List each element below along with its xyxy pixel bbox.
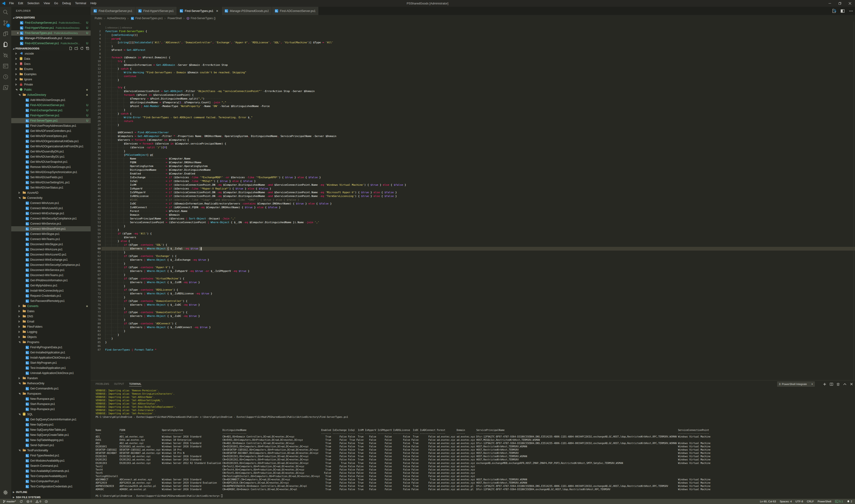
tree-folder-Ignore[interactable]: Ignore [11, 77, 91, 82]
tree-folder-DNS[interactable]: DNS [11, 314, 91, 319]
tree-folder-Dates[interactable]: Dates [11, 309, 91, 314]
tree-file-Send-SqlInsert.ps1[interactable]: Send-SqlInsert.ps1 [11, 443, 91, 448]
tree-file-Uninstall-ApplicationClickOnce.ps1[interactable]: Uninstall-ApplicationClickOnce.ps1 [11, 371, 91, 376]
tree-file-New-SqlQuery.ps1[interactable]: New-SqlQuery.ps1 [11, 422, 91, 427]
panel-tab-problems[interactable]: PROBLEMS [95, 383, 109, 385]
status-bell[interactable]: 2 [845, 499, 854, 504]
code-lens[interactable]: 1 reference | 1 reference [105, 26, 132, 30]
breadcrumb-Public[interactable]: Public [95, 17, 102, 20]
breadcrumb-Find-ServerTypes.ps1[interactable]: Find-ServerTypes.ps1 [131, 17, 163, 20]
menu-file[interactable]: File [7, 0, 16, 7]
tree-folder-TestFunctionality[interactable]: TestFunctionality [11, 448, 91, 453]
status-sync[interactable] [18, 499, 24, 504]
terminal-output[interactable]: VERBOSE: Importing alias 'Remove-Permiss… [95, 389, 852, 499]
tree-file-Get-IPAddressInformation.ps1[interactable]: Get-IPAddressInformation.ps1 [11, 278, 91, 283]
tree-file-Connect-WinSharePoint.ps1[interactable]: Connect-WinSharePoint.ps1 [11, 226, 91, 231]
close-panel-icon[interactable] [850, 382, 853, 386]
tree-folder-Logging[interactable]: Logging [11, 329, 91, 335]
tree-file-Connect-WinAzureAD.ps1[interactable]: Connect-WinAzureAD.ps1 [11, 205, 91, 211]
more-actions-icon[interactable] [849, 9, 853, 13]
tree-file-Get-WinADusersByDN.ps1[interactable]: Get-WinADusersByDN.ps1 [11, 149, 91, 154]
tree-folder-Random[interactable]: Random [11, 376, 91, 381]
open-preview-icon[interactable] [832, 9, 836, 13]
tree-file-Disconnect-WinAzure.ps1[interactable]: Disconnect-WinAzure.ps1 [11, 247, 91, 252]
tree-folder-Programs[interactable]: Programs [11, 340, 91, 345]
tree-file-Set-PasswordRemotely.ps1[interactable]: Set-PasswordRemotely.ps1 [11, 299, 91, 304]
activity-browser-preview[interactable] [0, 61, 11, 71]
tree-folder-FilesFolders[interactable]: FilesFolders [11, 324, 91, 329]
minimize-button[interactable] [825, 0, 835, 7]
tree-file-Test-ComputerAvailability.ps1[interactable]: Test-ComputerAvailability.ps1 [11, 473, 91, 479]
tree-folder-Email[interactable]: Email [11, 319, 91, 324]
tree-file-Disconnect-WinSkype.ps1[interactable]: Disconnect-WinSkype.ps1 [11, 242, 91, 247]
open-editor-item[interactable]: Manage-PSSharedGoods.ps1Publish [11, 36, 91, 41]
tree-file-Disconnect-WinAzureAD.ps1[interactable]: Disconnect-WinAzureAD.ps1 [11, 252, 91, 257]
tree-folder-Data[interactable]: Data [11, 56, 91, 61]
status-powershell-session[interactable]: 5.1 [833, 499, 845, 504]
tree-folder-Enums[interactable]: Enums [11, 67, 91, 72]
tree-file-Disconnect-WinExchange.ps1[interactable]: Disconnect-WinExchange.ps1 [11, 257, 91, 262]
tab-Find-ServerTypes.ps1[interactable]: Find-ServerTypes.ps1✕ [177, 7, 221, 15]
tree-file-Connect-WinAzure.ps1[interactable]: Connect-WinAzure.ps1 [11, 200, 91, 205]
tree-folder-Objects[interactable]: Objects [11, 335, 91, 340]
tree-file-Search-Command.ps1[interactable]: Search-Command.ps1 [11, 463, 91, 468]
tree-file-Install-ApplicationClickOnce.ps1[interactable]: Install-ApplicationClickOnce.ps1 [11, 355, 91, 360]
status-error[interactable]: 0 [24, 499, 34, 504]
activity-explorer[interactable] [0, 39, 11, 50]
tree-file-Set-WinADUserFields.ps1[interactable]: Set-WinADUserFields.ps1 [11, 175, 91, 180]
tree-file-Connect-WinSecurityCompliance.ps1[interactable]: Connect-WinSecurityCompliance.ps1 [11, 216, 91, 221]
open-editors-header[interactable]: ◢ OPEN EDITORS [11, 15, 91, 20]
tree-file-Get-WinADOrganizationalUnitData.ps1[interactable]: Get-WinADOrganizationalUnitData.ps1 [11, 139, 91, 144]
project-section-header[interactable]: ◢ PSSHAREDGOODS [11, 46, 91, 51]
tree-folder-Connectivity[interactable]: Connectivity [11, 195, 91, 200]
new-terminal-icon[interactable] [823, 382, 826, 386]
tree-folder-SQL[interactable]: SQL [11, 412, 91, 417]
tree-file-Request-Credentials.ps1[interactable]: Request-Credentials.ps1 [11, 293, 91, 299]
panel-tab-output[interactable]: OUTPUT [114, 383, 124, 385]
tree-file-Get-WinADForestControllers.ps1[interactable]: Get-WinADForestControllers.ps1 [11, 128, 91, 133]
breadcrumb-PowerShell[interactable]: PowerShell [167, 17, 182, 20]
tree-file-Disconnect-WinTeams.ps1[interactable]: Disconnect-WinTeams.ps1 [11, 273, 91, 278]
tree-file-Find-TypesNeeded.ps1[interactable]: Find-TypesNeeded.ps1 [11, 453, 91, 458]
status-git-branch[interactable]: master* [1, 499, 18, 504]
tree-file-Get-SqlQueryColumnInformation.ps1[interactable]: Get-SqlQueryColumnInformation.ps1 [11, 417, 91, 422]
activity-time-tracker[interactable] [0, 71, 11, 82]
tree-file-Find-ServerTypes.ps1[interactable]: Find-ServerTypes.ps1U [11, 118, 91, 123]
tree-file-Stop-Runspace.ps1[interactable]: Stop-Runspace.ps1 [11, 407, 91, 412]
tree-file-Find-UserProxyAddressesStatus.ps1[interactable]: Find-UserProxyAddressesStatus.ps1 [11, 123, 91, 128]
tree-file-Get-WinADOrganizationalUnitFromDN.ps1[interactable]: Get-WinADOrganizationalUnitFromDN.ps1 [11, 144, 91, 149]
tree-file-Connect-WinSkype.ps1[interactable]: Connect-WinSkype.ps1 [11, 231, 91, 236]
status-utf-8[interactable]: UTF-8 [794, 499, 805, 504]
activity-source-control[interactable]: 7 [0, 18, 11, 28]
status-crlf[interactable]: CRLF [805, 499, 816, 504]
activity-extensions[interactable] [0, 28, 11, 39]
open-editor-item[interactable]: ✕Find-ServerTypes.ps1Public\ActiveDirect… [11, 31, 91, 36]
close-icon[interactable]: ✕ [215, 10, 219, 13]
tree-file-Get-MyIpAddress.ps1[interactable]: Get-MyIpAddress.ps1 [11, 283, 91, 288]
maximize-panel-icon[interactable] [843, 382, 847, 386]
tab-Manage-PSSharedGoods.ps1[interactable]: Manage-PSSharedGoods.ps1 [222, 7, 272, 15]
tree-folder-ActiveDirectory[interactable]: ActiveDirectory [11, 92, 91, 97]
menu-selection[interactable]: Selection [25, 0, 41, 7]
open-editor-item[interactable]: Find-ExchangeServer.ps1Public\ActiveDire… [11, 20, 91, 25]
activity-powershell-explorer[interactable] [0, 82, 11, 93]
refresh-icon[interactable] [80, 47, 84, 50]
tree-file-Connect-WinExchange.ps1[interactable]: Connect-WinExchange.ps1 [11, 211, 91, 216]
tab-Find-ADConnectServer.ps1[interactable]: Find-ADConnectServer.ps1 [272, 7, 318, 15]
status-warning[interactable]: 0 [34, 499, 43, 504]
tree-file-Get-WinADForestOptions.ps1[interactable]: Get-WinADForestOptions.ps1 [11, 133, 91, 139]
tree-file-Get-WinADUsersByOU.ps1[interactable]: Get-WinADUsersByOU.ps1 [11, 154, 91, 159]
activity-search[interactable] [0, 7, 11, 18]
tree-folder-Runspaces[interactable]: Runspaces [11, 391, 91, 396]
tree-file-Disconnect-WinSecurityCompliance.ps1[interactable]: Disconnect-WinSecurityCompliance.ps1 [11, 262, 91, 268]
tree-file-Test-AvailabilityCommands.ps1[interactable]: Test-AvailabilityCommands.ps1 [11, 468, 91, 473]
tree-file-Connect-WinService.ps1[interactable]: Connect-WinService.ps1 [11, 221, 91, 226]
tree-folder-Converts[interactable]: Converts [11, 304, 91, 309]
open-editor-item[interactable]: Find-ADConnectServer.ps1Public\ActiveDir… [11, 41, 91, 46]
tree-file-Remove-WinADUserGroups.ps1[interactable]: Remove-WinADUserGroups.ps1 [11, 164, 91, 169]
tree-file-Test-ComputerPort.ps1[interactable]: Test-ComputerPort.ps1 [11, 479, 91, 484]
tree-file-Find-HyperVServer.ps1[interactable]: Find-HyperVServer.ps1U [11, 113, 91, 118]
tree-file-Get-ModulesAvailability.ps1[interactable]: Get-ModulesAvailability.ps1 [11, 458, 91, 463]
tree-folder-RefrenceOnly[interactable]: RefrenceOnly [11, 381, 91, 386]
tree-file-Find-ADConnectServer.ps1[interactable]: Find-ADConnectServer.ps1U [11, 103, 91, 108]
